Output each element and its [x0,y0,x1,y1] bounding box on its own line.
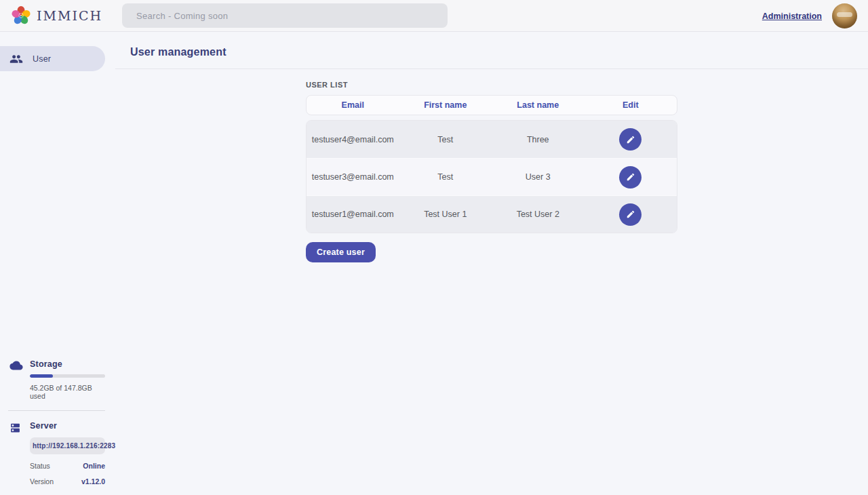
cell-first-name: Test [399,172,492,182]
pencil-icon [626,172,635,182]
app-title: IMMICH [37,8,102,23]
cell-edit [585,128,677,151]
column-header-edit: Edit [585,100,677,110]
cell-last-name: Three [492,135,585,144]
version-label: Version [30,477,54,486]
server-icon [9,422,21,434]
column-header-last-name: Last name [492,100,585,110]
status-label: Status [30,462,50,470]
storage-usage-text: 45.2GB of 147.8GB used [30,384,105,400]
server-url-badge: http://192.168.1.216:2283 [30,437,105,454]
create-user-button[interactable]: Create user [306,242,376,262]
user-table-body: testuser4@email.comTestThreetestuser3@em… [306,120,677,233]
immich-flower-icon [11,5,31,26]
cell-email: testuser1@email.com [307,210,399,219]
table-row: testuser1@email.comTest User 1Test User … [307,195,677,233]
search-input[interactable]: Search - Coming soon [122,3,448,28]
edit-user-button[interactable] [619,128,642,151]
cell-edit [585,203,677,226]
edit-user-button[interactable] [619,166,642,189]
page-title: User management [130,46,868,58]
cell-last-name: User 3 [492,172,585,182]
cell-edit [585,166,677,189]
app-logo[interactable]: IMMICH [0,5,111,26]
sidebar: User Storage 45.2GB of 147.8GB used [0,32,115,495]
search-placeholder: Search - Coming soon [136,11,228,21]
cloud-icon [9,360,23,371]
pencil-icon [626,135,635,144]
table-row: testuser3@email.comTestUser 3 [307,158,677,195]
cell-last-name: Test User 2 [492,210,585,219]
table-row: testuser4@email.comTestThree [307,121,677,158]
server-status-row: Status Online [30,462,105,470]
sidebar-item-user[interactable]: User [0,46,105,71]
cell-first-name: Test User 1 [399,210,492,219]
main-content: User management USER LIST Email First na… [115,32,868,495]
server-title: Server [30,421,105,431]
column-header-email: Email [307,100,399,110]
topbar-right-group: Administration [762,0,868,32]
storage-progress-fill [30,374,53,378]
status-value: Online [83,462,105,470]
pencil-icon [626,210,635,219]
version-value: v1.12.0 [81,477,105,486]
table-header-row: Email First name Last name Edit [306,95,677,115]
cell-email: testuser4@email.com [307,135,399,144]
users-group-icon [9,52,23,66]
cell-email: testuser3@email.com [307,172,399,182]
storage-section: Storage 45.2GB of 147.8GB used [9,359,105,400]
edit-user-button[interactable] [619,203,642,226]
storage-progress-bar [30,374,105,378]
sidebar-bottom-panel: Storage 45.2GB of 147.8GB used Server [0,359,115,495]
user-list-heading: USER LIST [306,81,677,89]
sidebar-item-label: User [33,54,51,64]
administration-link[interactable]: Administration [762,12,822,21]
storage-title: Storage [30,359,105,369]
user-avatar[interactable] [832,3,857,28]
server-version-row: Version v1.12.0 [30,477,105,486]
cell-first-name: Test [399,135,492,144]
sidebar-divider [8,410,105,411]
server-section: Server http://192.168.1.216:2283 Status … [9,421,105,486]
column-header-first-name: First name [399,100,492,110]
page-title-bar: User management [115,32,868,69]
top-navigation-bar: IMMICH Search - Coming soon Administrati… [0,0,868,32]
